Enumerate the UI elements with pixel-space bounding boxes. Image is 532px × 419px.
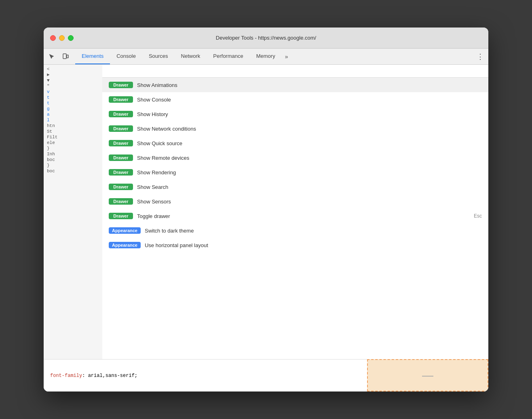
list-item[interactable]: Drawer Show Console — [102, 92, 488, 107]
item-label: Use horizontal panel layout — [145, 242, 482, 248]
list-item[interactable]: Drawer Show Network conditions — [102, 121, 488, 136]
badge-drawer: Drawer — [109, 169, 133, 176]
code-line-4: " — [44, 83, 102, 89]
list-item[interactable]: Drawer Show Remote devices — [102, 150, 488, 165]
code-line-13: Filt — [44, 134, 102, 140]
tab-elements[interactable]: Elements — [75, 49, 110, 64]
tab-console[interactable]: Console — [110, 49, 142, 64]
code-line-12: St — [44, 129, 102, 134]
more-tabs-button[interactable]: » — [282, 49, 291, 64]
window-title: Developer Tools - https://news.google.co… — [216, 35, 316, 41]
code-line-2: ► — [44, 72, 102, 78]
list-item[interactable]: Drawer Show Rendering — [102, 165, 488, 180]
code-line-5: v — [44, 89, 102, 95]
code-line-17: boc — [44, 157, 102, 163]
code-line-8: g — [44, 106, 102, 112]
item-label: Show Rendering — [137, 169, 482, 176]
badge-drawer: Drawer — [109, 125, 133, 132]
badge-drawer: Drawer — [109, 140, 133, 146]
list-item[interactable]: Drawer Show Animations — [102, 78, 488, 92]
tab-bar: Elements Console Sources Network Perform… — [75, 49, 291, 64]
badge-appearance: Appearance — [109, 227, 141, 234]
tab-network[interactable]: Network — [175, 49, 207, 64]
code-line-15: } — [44, 146, 102, 151]
code-line-19: boc — [44, 168, 102, 174]
toolbar-end: ⋮ — [474, 50, 487, 63]
traffic-lights — [50, 35, 74, 41]
item-label: Show History — [137, 111, 482, 117]
css-colon: : — [82, 373, 88, 379]
shortcut-label: Esc — [474, 213, 482, 219]
badge-drawer: Drawer — [109, 111, 133, 117]
toolbar-icons — [45, 50, 72, 63]
item-label: Show Animations — [137, 82, 482, 88]
preview-box: — — [367, 359, 488, 391]
list-item[interactable]: Drawer Show History — [102, 107, 488, 121]
list-item[interactable]: Drawer Toggle drawer Esc — [102, 209, 488, 223]
code-line-18: } — [44, 163, 102, 168]
badge-appearance: Appearance — [109, 242, 141, 248]
code-line-1: < — [44, 66, 102, 72]
code-line-10: l — [44, 117, 102, 123]
left-panel: < ► ▼ " v t t g a l htn St Filt ele } In… — [44, 65, 102, 359]
item-label: Show Console — [137, 97, 482, 103]
code-line-3: ▼ — [44, 78, 102, 83]
bottom-panel: font-family: arial,sans-serif; — — [44, 359, 488, 391]
preview-dash: — — [422, 369, 433, 382]
list-item[interactable]: Drawer Show Sensors — [102, 194, 488, 209]
tab-sources[interactable]: Sources — [142, 49, 175, 64]
badge-drawer: Drawer — [109, 213, 133, 219]
maximize-button[interactable] — [68, 35, 74, 41]
close-button[interactable] — [50, 35, 56, 41]
dropdown-list: Drawer Show Animations Drawer Show Conso… — [102, 78, 488, 359]
code-line-7: t — [44, 100, 102, 106]
minimize-button[interactable] — [59, 35, 65, 41]
main-content: < ► ▼ " v t t g a l htn St Filt ele } In… — [44, 65, 488, 359]
badge-drawer: Drawer — [109, 82, 133, 88]
tab-memory[interactable]: Memory — [250, 49, 282, 64]
bottom-code: font-family: arial,sans-serif; — [50, 373, 137, 379]
badge-drawer: Drawer — [109, 198, 133, 205]
item-label: Show Sensors — [137, 199, 482, 205]
list-item[interactable]: Drawer Show Search — [102, 180, 488, 194]
device-icon[interactable] — [59, 50, 72, 63]
svg-rect-0 — [63, 54, 66, 59]
css-property: font-family — [50, 373, 82, 379]
item-label: Switch to dark theme — [145, 228, 482, 234]
search-row — [102, 65, 488, 78]
command-menu-dropdown: Drawer Show Animations Drawer Show Conso… — [102, 65, 488, 359]
item-label: Toggle drawer — [137, 213, 470, 219]
toolbar: Elements Console Sources Network Perform… — [44, 49, 488, 65]
more-options-button[interactable]: ⋮ — [474, 50, 487, 63]
title-bar: Developer Tools - https://news.google.co… — [44, 28, 488, 49]
badge-drawer: Drawer — [109, 96, 133, 103]
tab-performance[interactable]: Performance — [207, 49, 249, 64]
code-line-14: ele — [44, 140, 102, 146]
list-item[interactable]: Appearance Use horizontal panel layout — [102, 238, 488, 252]
code-line-16: Inh — [44, 151, 102, 157]
badge-drawer: Drawer — [109, 184, 133, 190]
css-value: arial,sans-serif; — [88, 373, 137, 379]
badge-drawer: Drawer — [109, 154, 133, 161]
item-label: Show Search — [137, 184, 482, 190]
command-search-input[interactable] — [107, 68, 483, 74]
item-label: Show Remote devices — [137, 155, 482, 161]
list-item[interactable]: Appearance Switch to dark theme — [102, 223, 488, 238]
list-item[interactable]: Drawer Show Quick source — [102, 136, 488, 150]
devtools-window: Developer Tools - https://news.google.co… — [44, 28, 488, 391]
code-line-6: t — [44, 95, 102, 100]
svg-rect-1 — [67, 55, 68, 58]
code-line-11: htn — [44, 123, 102, 129]
devtools-body: Elements Console Sources Network Perform… — [44, 49, 488, 391]
inspect-icon[interactable] — [45, 50, 58, 63]
item-label: Show Network conditions — [137, 126, 482, 132]
item-label: Show Quick source — [137, 140, 482, 146]
code-line-9: a — [44, 112, 102, 117]
